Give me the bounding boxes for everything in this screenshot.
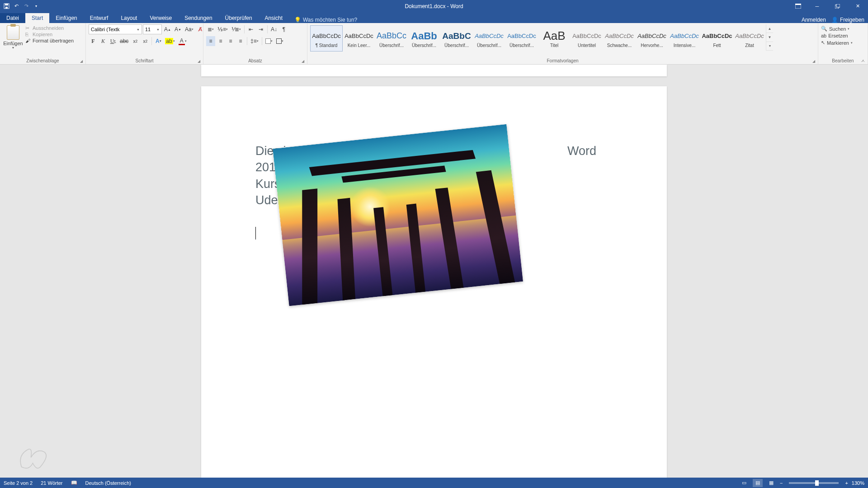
- select-button[interactable]: ↖Markieren▾: [821, 40, 853, 46]
- collapse-ribbon-icon[interactable]: ㅅ: [861, 58, 865, 64]
- tab-start[interactable]: Start: [25, 13, 49, 23]
- gallery-down-icon[interactable]: ▼: [766, 33, 773, 42]
- style-item[interactable]: AaBbCcDcKein Leer...: [343, 25, 375, 52]
- document-page[interactable]: Dies ist der Word 2016 Kurs auf Udemy: [201, 86, 667, 478]
- styles-gallery[interactable]: AaBbCcDc¶ StandardAaBbCcDcKein Leer...Aa…: [310, 24, 766, 52]
- subscript-button[interactable]: x2: [131, 36, 140, 46]
- tab-references[interactable]: Verweise: [143, 13, 178, 23]
- borders-button[interactable]: ▾: [275, 36, 285, 46]
- sort-button[interactable]: A↓: [269, 24, 278, 34]
- decrease-indent-button[interactable]: ⇤: [246, 24, 255, 34]
- superscript-button[interactable]: x2: [141, 36, 150, 46]
- style-item[interactable]: AaBbÜberschrif...: [408, 25, 440, 52]
- multilevel-button[interactable]: ⅟≣▾: [230, 24, 242, 34]
- style-item[interactable]: AaBbCÜberschrif...: [440, 25, 473, 52]
- read-mode-button[interactable]: ▭: [739, 479, 749, 487]
- tell-me-search[interactable]: 💡 Was möchten Sie tun?: [294, 17, 357, 23]
- gallery-up-icon[interactable]: ▲: [766, 24, 773, 33]
- style-item[interactable]: AaBbCcDc¶ Standard: [310, 25, 343, 52]
- style-item[interactable]: AaBTitel: [538, 25, 571, 52]
- share-button[interactable]: 👤 Freigeben: [831, 17, 864, 23]
- zoom-out-button[interactable]: −: [780, 480, 783, 486]
- numbering-button[interactable]: ⅓≡▾: [216, 24, 229, 34]
- minimize-button[interactable]: ─: [807, 0, 827, 12]
- signin-link[interactable]: Anmelden: [802, 17, 826, 23]
- style-item[interactable]: AaBbCcDcHervorhe...: [636, 25, 668, 52]
- align-center-button[interactable]: ≡: [216, 36, 225, 46]
- align-justify-button[interactable]: ≡: [236, 36, 245, 46]
- style-item[interactable]: AaBbCcDcÜberschrif...: [505, 25, 538, 52]
- web-layout-button[interactable]: ▦: [766, 479, 776, 487]
- style-item[interactable]: AaBbCcDcIntensive...: [668, 25, 701, 52]
- increase-indent-button[interactable]: ⇥: [256, 24, 265, 34]
- group-paragraph: ≣▾ ⅓≡▾ ⅟≣▾ ⇤ ⇥ A↓ ¶ ≡ ≡ ≡ ≡ ‡≡▾: [203, 23, 307, 64]
- style-item[interactable]: AaBbCcÜberschrif...: [375, 25, 408, 52]
- change-case-button[interactable]: Aa▾: [184, 24, 195, 34]
- status-page[interactable]: Seite 2 von 2: [4, 480, 33, 486]
- tab-file[interactable]: Datei: [0, 13, 25, 23]
- lightbulb-icon: 💡: [294, 17, 301, 23]
- tab-mailings[interactable]: Sendungen: [178, 13, 218, 23]
- strikethrough-button[interactable]: abc: [118, 36, 130, 46]
- style-item[interactable]: AaBbCcDcZitat: [733, 25, 766, 52]
- copy-button[interactable]: ⎘Kopieren: [25, 32, 74, 37]
- shading-button[interactable]: ▾: [264, 36, 274, 46]
- svg-rect-4: [795, 4, 801, 5]
- align-right-button[interactable]: ≡: [226, 36, 235, 46]
- align-left-button[interactable]: ≡: [206, 36, 215, 46]
- shrink-font-button[interactable]: A▼: [173, 24, 183, 34]
- print-layout-button[interactable]: ▤: [753, 479, 763, 487]
- show-marks-button[interactable]: ¶: [279, 24, 288, 34]
- ribbon-display-options-icon[interactable]: [791, 0, 805, 12]
- redo-icon[interactable]: ↷: [23, 3, 30, 10]
- save-icon[interactable]: [3, 3, 10, 10]
- document-area[interactable]: Dies ist der Word 2016 Kurs auf Udemy: [0, 65, 868, 478]
- text-effects-button[interactable]: A▾: [154, 36, 163, 46]
- font-name-combo[interactable]: Calibri (Textk▼: [89, 24, 142, 34]
- tab-insert[interactable]: Einfügen: [49, 13, 83, 23]
- gallery-more-icon[interactable]: ▾: [766, 42, 773, 51]
- status-proofing-icon[interactable]: 📖: [71, 480, 77, 486]
- zoom-slider[interactable]: [789, 482, 839, 484]
- cut-button[interactable]: ✂Ausschneiden: [25, 25, 74, 31]
- font-launcher-icon[interactable]: ◢: [198, 59, 200, 63]
- qat-customize-icon[interactable]: ▾: [33, 3, 40, 10]
- zoom-in-button[interactable]: +: [845, 480, 848, 486]
- highlight-button[interactable]: ab▾: [164, 36, 176, 46]
- undo-icon[interactable]: ↶: [13, 3, 20, 10]
- inserted-image[interactable]: [273, 124, 523, 306]
- close-button[interactable]: ✕: [848, 0, 868, 12]
- style-item[interactable]: AaBbCcDcSchwache...: [603, 25, 636, 52]
- tab-view[interactable]: Ansicht: [259, 13, 289, 23]
- tab-layout[interactable]: Layout: [114, 13, 143, 23]
- font-size-combo[interactable]: 11▼: [143, 24, 162, 34]
- search-icon: 🔍: [821, 26, 827, 32]
- replace-button[interactable]: abErsetzen: [821, 33, 853, 38]
- italic-button[interactable]: K: [99, 36, 108, 46]
- line-spacing-button[interactable]: ‡≡▾: [249, 36, 260, 46]
- scissors-icon: ✂: [25, 25, 31, 31]
- bold-button[interactable]: F: [89, 36, 98, 46]
- find-button[interactable]: 🔍Suchen▾: [821, 26, 853, 32]
- paragraph-launcher-icon[interactable]: ◢: [302, 59, 304, 63]
- zoom-level[interactable]: 130%: [852, 480, 864, 486]
- maximize-button[interactable]: [827, 0, 848, 12]
- quick-access-toolbar: ↶ ↷ ▾: [0, 3, 40, 10]
- style-item[interactable]: AaBbCcDcFett: [701, 25, 733, 52]
- format-painter-button[interactable]: 🖌Format übertragen: [25, 38, 74, 43]
- tab-design[interactable]: Entwurf: [84, 13, 115, 23]
- tab-review[interactable]: Überprüfen: [219, 13, 259, 23]
- style-item[interactable]: AaBbCcDcUntertitel: [571, 25, 603, 52]
- paste-button[interactable]: Einfügen ▼: [3, 24, 24, 49]
- svg-rect-6: [836, 4, 840, 7]
- grow-font-button[interactable]: A▲: [163, 24, 172, 34]
- share-icon: 👤: [831, 17, 838, 23]
- clipboard-launcher-icon[interactable]: ◢: [80, 59, 83, 63]
- status-words[interactable]: 21 Wörter: [41, 480, 62, 486]
- styles-launcher-icon[interactable]: ◢: [812, 59, 815, 63]
- style-item[interactable]: AaBbCcDcÜberschrif...: [473, 25, 505, 52]
- status-language[interactable]: Deutsch (Österreich): [85, 480, 131, 486]
- bullets-button[interactable]: ≣▾: [206, 24, 215, 34]
- underline-button[interactable]: U▾: [108, 36, 118, 46]
- font-color-button[interactable]: A▾: [177, 36, 188, 46]
